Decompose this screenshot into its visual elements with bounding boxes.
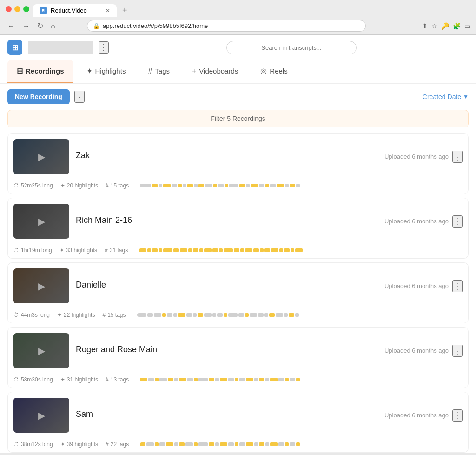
tags-meta: # 22 tags — [106, 441, 129, 448]
recording-thumbnail[interactable]: ▶ — [13, 204, 69, 239]
sidebar-icon[interactable]: ▭ — [464, 22, 470, 30]
filter-bar[interactable]: Filter 5 Recordings — [7, 110, 469, 127]
recording-thumbnail[interactable]: ▶ — [13, 398, 69, 433]
recording-meta: Uploaded 6 months ago ⋮ — [384, 409, 463, 422]
progress-segment — [228, 442, 234, 446]
progress-segment — [193, 248, 198, 252]
tags-icon: # — [148, 67, 152, 75]
address-bar: ← → ↻ ⌂ 🔒 app.reduct.video/#/p/5998b5f69… — [0, 17, 476, 35]
progress-segment — [163, 248, 172, 252]
recording-card-sam[interactable]: ▶ Sam Uploaded 6 months ago ⋮ ⏱ 38m12s l… — [7, 392, 469, 453]
progress-segment — [152, 184, 158, 187]
progress-segment — [259, 184, 264, 187]
recording-card-danielle[interactable]: ▶ Danielle Uploaded 6 months ago ⋮ ⏱ 44m… — [7, 262, 469, 323]
url-input[interactable]: 🔒 app.reduct.video/#/p/5998b5f692/home — [87, 20, 366, 32]
highlights-meta: ✦ 39 highlights — [60, 441, 98, 448]
recording-card-roger[interactable]: ▶ Roger and Rose Main Uploaded 6 months … — [7, 327, 469, 388]
bookmark-icon[interactable]: ☆ — [431, 22, 437, 30]
new-recording-button[interactable]: New Recording — [7, 89, 70, 104]
tab-highlights[interactable]: ✦ Highlights — [77, 60, 135, 83]
highlight-icon: ✦ — [60, 247, 64, 254]
recording-menu-button[interactable]: ⋮ — [452, 280, 463, 292]
progress-segment — [159, 248, 162, 252]
recording-menu-button[interactable]: ⋮ — [452, 151, 463, 163]
workspace-selector[interactable] — [28, 41, 93, 54]
maximize-window-button[interactable] — [23, 6, 29, 12]
recording-card-zak[interactable]: ▶ Zak Uploaded 6 months ago ⋮ ⏱ 52m25s l… — [7, 133, 469, 194]
duration-meta: ⏱ 38m12s long — [13, 441, 53, 448]
progress-segment — [209, 378, 214, 381]
recording-thumbnail[interactable]: ▶ — [13, 268, 69, 303]
progress-segment — [198, 184, 204, 187]
logo-icon: ⊞ — [12, 43, 18, 52]
progress-segment — [147, 248, 151, 252]
progress-segment — [277, 184, 284, 187]
toolbar: New Recording ⋮ Created Date ▼ — [0, 84, 476, 110]
share-icon[interactable]: ⬆ — [422, 22, 428, 30]
new-tab-button[interactable]: + — [119, 4, 131, 17]
progress-segment — [239, 184, 245, 187]
tab-close-button[interactable]: ✕ — [106, 7, 110, 14]
forward-button[interactable]: → — [20, 21, 32, 31]
recording-card-rich[interactable]: ▶ Rich Main 2-16 Uploaded 6 months ago ⋮… — [7, 198, 469, 259]
extension-icon[interactable]: 🧩 — [453, 22, 461, 30]
recording-main: ▶ Rich Main 2-16 Uploaded 6 months ago ⋮ — [8, 198, 468, 244]
browser-tab[interactable]: R Reduct.Video ✕ — [33, 4, 117, 17]
highlights-icon: ✦ — [86, 67, 93, 75]
duration-meta: ⏱ 52m25s long — [13, 182, 53, 189]
tab-videoboards-label: Videoboards — [199, 67, 238, 75]
progress-segment — [139, 248, 146, 252]
progress-segment — [178, 184, 182, 187]
recording-menu-button[interactable]: ⋮ — [452, 409, 463, 422]
recording-title: Zak — [76, 151, 378, 161]
progress-segment — [254, 378, 258, 381]
progress-segment — [284, 313, 288, 317]
highlights-bar — [140, 378, 463, 381]
tab-recordings[interactable]: ⊞ Recordings — [7, 60, 73, 83]
progress-segment — [290, 442, 295, 446]
reload-button[interactable]: ↻ — [35, 20, 45, 31]
recording-thumbnail[interactable]: ▶ — [13, 333, 69, 368]
progress-segment — [290, 378, 295, 381]
progress-segment — [159, 184, 162, 187]
progress-segment — [224, 248, 233, 252]
home-button[interactable]: ⌂ — [49, 21, 57, 31]
progress-segment — [251, 184, 258, 187]
recording-meta: Uploaded 6 months ago ⋮ — [384, 345, 463, 357]
header-menu-button[interactable]: ⋮ — [99, 41, 109, 54]
progress-segment — [239, 378, 245, 381]
tags-meta: # 31 tags — [105, 247, 128, 254]
tags-text: 15 tags — [107, 312, 126, 318]
search-input[interactable] — [226, 41, 357, 54]
minimize-window-button[interactable] — [14, 6, 20, 12]
password-icon[interactable]: 🔑 — [441, 22, 449, 30]
progress-segment — [285, 378, 289, 381]
recording-thumbnail[interactable]: ▶ — [13, 139, 69, 174]
highlights-text: 39 highlights — [67, 441, 98, 448]
close-window-button[interactable] — [6, 6, 12, 12]
tab-videoboards[interactable]: + Videoboards — [183, 60, 247, 83]
sort-button[interactable]: Created Date ▼ — [423, 93, 469, 100]
progress-segment — [146, 442, 154, 446]
recording-menu-button[interactable]: ⋮ — [452, 215, 463, 228]
tab-reels[interactable]: ◎ Reels — [251, 60, 297, 83]
tab-tags[interactable]: # Tags — [139, 60, 179, 83]
progress-segment — [295, 248, 303, 252]
duration-text: 52m25s long — [21, 182, 53, 189]
progress-segment — [204, 313, 212, 317]
recording-menu-button[interactable]: ⋮ — [452, 345, 463, 357]
back-button[interactable]: ← — [6, 21, 17, 31]
toolbar-menu-button[interactable]: ⋮ — [74, 91, 85, 103]
highlights-meta: ✦ 31 highlights — [60, 376, 98, 383]
highlights-bar-container — [140, 378, 463, 381]
progress-segment — [180, 248, 187, 252]
progress-segment — [174, 442, 178, 446]
recording-main: ▶ Roger and Rose Main Uploaded 6 months … — [8, 328, 468, 374]
progress-segment — [215, 442, 219, 446]
recording-title: Danielle — [76, 280, 378, 290]
recording-meta: Uploaded 6 months ago ⋮ — [384, 151, 463, 163]
progress-segment — [296, 184, 300, 187]
tab-bar: R Reduct.Video ✕ + — [0, 0, 476, 17]
tags-meta: # 13 tags — [106, 376, 129, 383]
recording-upload-time: Uploaded 6 months ago — [384, 347, 449, 354]
